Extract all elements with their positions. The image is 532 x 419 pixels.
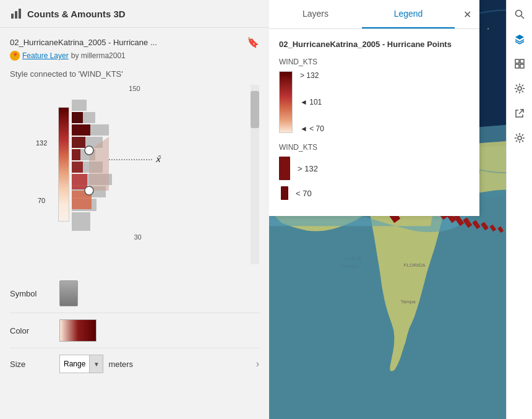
analysis-button[interactable] xyxy=(508,77,531,100)
overlay-body: 02_HurricaneKatrina_2005 - Hurricane Poi… xyxy=(269,29,479,216)
layer-name-row: 02_HurricaneKatrina_2005 - Hurricane ...… xyxy=(10,37,259,48)
search-button[interactable] xyxy=(508,2,531,26)
svg-rect-69 xyxy=(520,59,524,63)
settings-icon xyxy=(514,132,525,144)
legend-label-top: > 132 xyxy=(300,71,324,80)
svg-rect-18 xyxy=(72,124,90,136)
color-label: Color xyxy=(10,326,59,335)
tab-legend[interactable]: Legend xyxy=(362,0,455,28)
legend-gradient-labels: > 132 ◄ 101 ◄ < 70 xyxy=(300,71,324,133)
svg-rect-68 xyxy=(515,59,519,63)
size-label: Size xyxy=(10,360,59,369)
bookmark-icon[interactable]: 🔖 xyxy=(247,37,259,48)
feature-layer-pin-icon: 📍 xyxy=(10,51,20,61)
svg-line-67 xyxy=(521,16,524,19)
size-dropdown-arrow[interactable]: ▼ xyxy=(89,355,103,373)
share-button[interactable] xyxy=(508,102,531,125)
svg-rect-70 xyxy=(515,64,519,68)
svg-text:Gulf of: Gulf of xyxy=(344,256,361,262)
svg-rect-1 xyxy=(15,11,17,19)
svg-rect-0 xyxy=(11,14,14,19)
settings-button[interactable] xyxy=(508,126,531,150)
feature-layer-row: 📍 Feature Layer by millerma2001 xyxy=(10,51,259,61)
svg-point-72 xyxy=(518,87,521,90)
svg-rect-19 xyxy=(72,112,83,123)
color-row: Color xyxy=(10,313,259,348)
legend-sym-label-large: > 132 xyxy=(298,164,318,173)
svg-rect-17 xyxy=(72,137,85,148)
legend-label-mid: ◄ 101 xyxy=(300,98,324,106)
layer-name: 02_HurricaneKatrina_2005 - Hurricane ... xyxy=(10,38,157,47)
legend-layer-title: 02_HurricaneKatrina_2005 - Hurricane Poi… xyxy=(279,39,470,50)
svg-rect-16 xyxy=(72,149,80,160)
size-unit: meters xyxy=(108,360,133,369)
svg-rect-12 xyxy=(72,100,87,111)
hist-y-label-132: 132 xyxy=(36,139,47,147)
panel-header: Counts & Amounts 3D xyxy=(0,0,269,28)
close-button[interactable]: ✕ xyxy=(455,0,479,28)
histogram-chart: x̄ xyxy=(72,95,208,237)
legend-sym-bar-large xyxy=(279,157,290,180)
svg-rect-2 xyxy=(19,9,21,19)
gear-icon xyxy=(514,83,525,94)
search-icon xyxy=(514,9,525,20)
left-panel: Counts & Amounts 3D 02_HurricaneKatrina_… xyxy=(0,0,269,419)
svg-text:Mexico: Mexico xyxy=(341,263,359,269)
histogram-container: 150 132 70 xyxy=(10,85,259,264)
svg-text:Tampa: Tampa xyxy=(401,299,416,305)
size-select-value[interactable]: Range xyxy=(60,357,89,371)
size-select-wrapper[interactable]: Range ▼ xyxy=(59,355,103,373)
svg-point-66 xyxy=(515,11,521,17)
legend-wind-kts-label-2: WIND_KTS xyxy=(279,143,470,152)
legend-gradient-row: > 132 ◄ 101 ◄ < 70 xyxy=(279,71,470,133)
legend-sym-bar-small xyxy=(281,186,288,200)
legend-label-bottom: ◄ < 70 xyxy=(300,124,324,133)
scrollbar-thumb[interactable] xyxy=(251,91,259,128)
svg-rect-3 xyxy=(72,212,90,231)
basemap-button[interactable] xyxy=(508,52,531,76)
legend-sym-row-large: > 132 xyxy=(279,157,470,180)
legend-wind-kts-label-1: WIND_KTS xyxy=(279,58,470,66)
legend-sym-row-small: < 70 xyxy=(279,186,470,200)
legend-sym-label-small: < 70 xyxy=(296,189,312,198)
svg-text:x̄: x̄ xyxy=(155,154,161,164)
panel-icon xyxy=(10,7,22,20)
legend-gradient-bar xyxy=(279,71,293,133)
svg-rect-71 xyxy=(520,64,524,68)
overlay-tabs: Layers Legend ✕ xyxy=(269,0,479,29)
scrollbar[interactable] xyxy=(251,85,259,264)
size-chevron-icon[interactable]: › xyxy=(256,358,259,369)
layers-icon xyxy=(514,33,525,45)
tab-layers[interactable]: Layers xyxy=(269,0,362,28)
feature-layer-link[interactable]: Feature Layer xyxy=(22,51,69,60)
symbol-label: Symbol xyxy=(10,289,59,298)
svg-rect-14 xyxy=(72,174,87,189)
toolbar xyxy=(506,0,532,419)
svg-rect-15 xyxy=(72,162,83,173)
panel-content: 02_HurricaneKatrina_2005 - Hurricane ...… xyxy=(0,28,269,419)
basemap-icon xyxy=(514,58,525,69)
legend-sym-section: > 132 < 70 xyxy=(279,157,470,200)
histogram-gradient-bar xyxy=(58,107,69,222)
style-label: Style connected to 'WIND_KTS' xyxy=(10,69,259,79)
share-icon xyxy=(514,108,525,119)
map-area[interactable]: ALABAMA GEORGIA GEORGIA FLORIDA Gulf of … xyxy=(269,0,532,419)
svg-point-21 xyxy=(85,146,93,155)
layers-button[interactable] xyxy=(508,27,531,51)
feature-layer-author: by millerma2001 xyxy=(71,51,126,60)
svg-text:FLORIDA: FLORIDA xyxy=(404,262,426,268)
overlay-panel: Layers Legend ✕ 02_HurricaneKatrina_2005… xyxy=(269,0,479,216)
color-swatch[interactable] xyxy=(59,319,97,342)
symbol-preview[interactable] xyxy=(59,280,78,306)
panel-title: Counts & Amounts 3D xyxy=(27,9,126,19)
hist-y-label-70: 70 xyxy=(38,197,45,204)
symbol-row: Symbol xyxy=(10,274,259,313)
size-row: Size Range ▼ meters › xyxy=(10,348,259,379)
svg-point-28 xyxy=(487,28,489,30)
style-connected: connected to 'WIND_KTS' xyxy=(30,69,123,79)
svg-point-22 xyxy=(85,186,93,195)
hist-top-label: 150 xyxy=(28,85,241,92)
svg-point-73 xyxy=(518,136,521,140)
